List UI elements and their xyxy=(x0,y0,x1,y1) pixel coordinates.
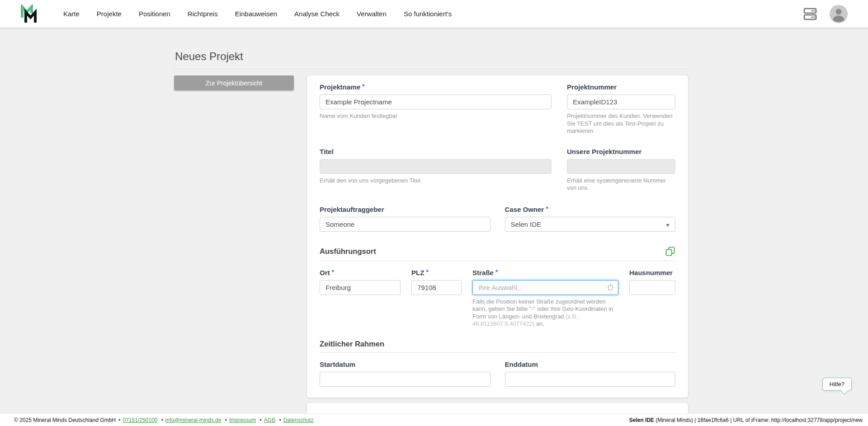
copyright-text: © 2025 Mineral Minds Deutschland GmbH xyxy=(14,417,116,423)
footer-status: Selen IDE (Mineral Minds) | 16fae1ffc6a6… xyxy=(629,417,863,423)
hausnummer-input[interactable] xyxy=(629,280,675,295)
field-projektname: Projektname* Name vom Kunden festlegbar xyxy=(320,83,552,135)
next-form-card-partial xyxy=(307,403,688,414)
footer-legal: © 2025 Mineral Minds Deutschland GmbH •0… xyxy=(14,417,314,423)
help-bubble[interactable]: Hilfe? xyxy=(822,378,852,391)
footer-link-impressum[interactable]: Impressum xyxy=(229,417,256,423)
required-asterisk: * xyxy=(546,205,548,212)
projektname-label: Projektname xyxy=(320,83,360,91)
strasse-label: Straße xyxy=(472,269,494,276)
nav-item-richtpreis[interactable]: Richtpreis xyxy=(179,0,226,28)
projektnummer-input[interactable] xyxy=(567,94,675,109)
ort-input[interactable] xyxy=(320,280,401,295)
unsere-projektnummer-input xyxy=(567,159,675,174)
section-title-zeitlicher-rahmen: Zeitlicher Rahmen xyxy=(320,340,384,348)
mineral-minds-logo-icon[interactable] xyxy=(20,5,38,23)
field-case-owner: Case Owner* Selen IDE xyxy=(505,206,676,232)
required-asterisk: * xyxy=(426,268,428,276)
plz-label: PLZ xyxy=(411,269,424,276)
projektnummer-helper: Projektnummer des Kunden. Verwenden Sie … xyxy=(567,112,675,135)
new-project-form-card: Projektname* Name vom Kunden festlegbar … xyxy=(307,75,688,398)
required-asterisk: * xyxy=(332,268,334,276)
loading-spinner-icon xyxy=(608,285,613,290)
required-asterisk: * xyxy=(362,83,364,90)
titel-helper: Erhält den von uns vorgegebenen Titel. xyxy=(320,177,552,185)
field-unsere-projektnummer: Unsere Projektnummer Erhält eine systemg… xyxy=(567,148,675,192)
ort-label: Ort xyxy=(320,269,330,276)
section-divider xyxy=(320,352,675,353)
unsere-projektnummer-helper: Erhält eine systemgenerierte Nummer von … xyxy=(567,177,675,192)
section-title-ausfuehrungsort: Ausführungsort xyxy=(320,247,376,256)
field-startdatum: Startdatum xyxy=(320,360,491,387)
field-titel: Titel Erhält den von uns vorgegebenen Ti… xyxy=(320,148,552,192)
case-owner-label: Case Owner xyxy=(505,206,544,213)
section-divider xyxy=(320,261,675,261)
nav-item-einbauweisen[interactable]: Einbauweisen xyxy=(226,0,286,28)
footer-status-user: Selen IDE xyxy=(629,417,654,423)
nav-item-verwalten[interactable]: Verwalten xyxy=(348,0,395,28)
chevron-down-icon xyxy=(666,224,670,227)
strasse-helper: Falls die Position keiner Straße zugeord… xyxy=(472,298,618,328)
unsere-projektnummer-label: Unsere Projektnummer xyxy=(567,148,642,155)
case-owner-select[interactable]: Selen IDE xyxy=(505,217,676,232)
main-content: Neues Projekt Zur Projektübersicht Proje… xyxy=(0,28,868,413)
enddatum-label: Enddatum xyxy=(505,360,538,368)
title-divider xyxy=(174,69,688,69)
required-asterisk: * xyxy=(495,268,498,276)
nav-item-positionen[interactable]: Positionen xyxy=(130,0,179,28)
enddatum-input[interactable] xyxy=(505,372,676,387)
field-ort: Ort* xyxy=(320,269,401,328)
zur-projektuebersicht-button[interactable]: Zur Projektübersicht xyxy=(174,75,294,90)
titel-label: Titel xyxy=(320,148,334,155)
footer: © 2025 Mineral Minds Deutschland GmbH •0… xyxy=(0,413,868,426)
main-navigation: Karte Projekte Positionen Richtpreis Ein… xyxy=(55,0,460,28)
projektname-helper: Name vom Kunden festlegbar xyxy=(320,112,552,120)
startdatum-input[interactable] xyxy=(320,372,491,387)
plz-input[interactable] xyxy=(411,280,462,295)
footer-link-datenschutz[interactable]: Datenschutz xyxy=(283,417,314,423)
projektnummer-label: Projektnummer xyxy=(567,83,617,91)
titel-input xyxy=(320,159,552,174)
field-enddatum: Enddatum xyxy=(505,360,676,387)
footer-link-agb[interactable]: AGB xyxy=(264,417,275,423)
projektname-input[interactable] xyxy=(320,94,552,109)
case-owner-selected-value: Selen IDE xyxy=(511,220,542,228)
field-projektauftraggeber: Projektauftraggeber xyxy=(320,206,491,232)
top-navbar: Karte Projekte Positionen Richtpreis Ein… xyxy=(0,0,868,28)
nav-item-analyse-check[interactable]: Analyse Check xyxy=(286,0,348,28)
footer-link-phone[interactable]: 07151/250100 xyxy=(123,417,158,423)
field-plz: PLZ* xyxy=(411,269,462,328)
nav-item-so-funktionierts[interactable]: So funktioniert's xyxy=(395,0,460,28)
page-title: Neues Projekt xyxy=(175,50,688,63)
nav-item-karte[interactable]: Karte xyxy=(55,0,88,28)
field-hausnummer: Hausnummer xyxy=(629,269,675,328)
nav-item-projekte[interactable]: Projekte xyxy=(88,0,130,28)
navbar-actions xyxy=(802,5,848,23)
field-strasse: Straße* Falls die Position keiner Straße… xyxy=(472,269,618,328)
footer-status-details: (Mineral Minds) | 16fae1ffc6a6 | URL of … xyxy=(654,417,863,423)
projektauftraggeber-label: Projektauftraggeber xyxy=(320,206,384,213)
server-rack-icon[interactable] xyxy=(802,6,818,22)
footer-link-email[interactable]: info@mineral-minds.de xyxy=(165,417,222,423)
strasse-input[interactable] xyxy=(472,280,618,295)
hausnummer-label: Hausnummer xyxy=(629,269,673,276)
projektauftraggeber-input[interactable] xyxy=(320,217,491,232)
startdatum-label: Startdatum xyxy=(320,360,355,368)
field-projektnummer: Projektnummer Projektnummer des Kunden. … xyxy=(567,83,675,135)
user-avatar-icon[interactable] xyxy=(830,5,848,23)
copy-icon[interactable] xyxy=(665,246,675,257)
help-bubble-label: Hilfe? xyxy=(830,381,844,388)
